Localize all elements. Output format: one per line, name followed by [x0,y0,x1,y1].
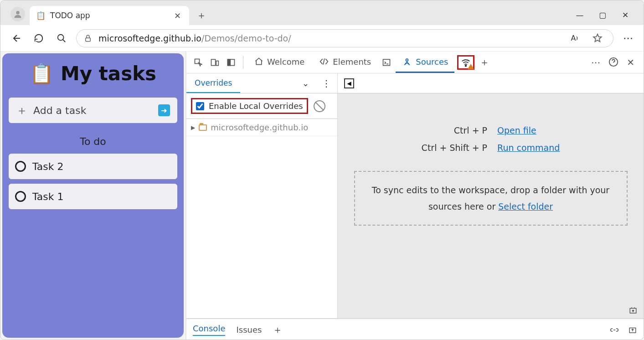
tab-close-icon[interactable]: ✕ [172,9,183,22]
enable-local-overrides-input[interactable] [196,102,204,110]
shortcut-key: Ctrl + P [422,125,487,135]
app-title: 📋 My tasks [9,62,177,85]
tab-welcome[interactable]: Welcome [248,52,311,73]
task-checkbox-icon[interactable] [15,161,26,172]
devtools-panel: Welcome Elements Sources ＋ ⋯ ✕ [185,52,644,340]
svg-point-9 [406,59,408,61]
task-row[interactable]: Task 2 [9,154,177,179]
clear-overrides-icon[interactable] [314,100,325,112]
window-controls: — ▢ ✕ [574,10,640,25]
inspect-element-icon[interactable] [191,58,206,67]
svg-rect-8 [383,59,390,65]
drawer-link-icon[interactable] [610,326,619,334]
run-command-link[interactable]: Run command [497,143,560,153]
tab-sources[interactable]: Sources [396,52,454,73]
console-shortcut-icon[interactable] [379,58,394,67]
override-domain-label: microsoftedge.github.io [211,123,308,132]
favorites-icon[interactable] [589,30,606,46]
collapse-navigator-icon[interactable]: ◀ [344,78,354,88]
add-task-placeholder: Add a task [33,105,86,116]
help-icon[interactable] [608,57,618,68]
drawer-tab-issues[interactable]: Issues [236,325,262,335]
url-text: microsoftedge.github.io/Demos/demo-to-do… [98,33,560,43]
enable-local-overrides-checkbox[interactable]: Enable Local Overrides [191,98,308,114]
devtools-tabbar: Welcome Elements Sources ＋ ⋯ ✕ [186,52,644,73]
override-domain-row[interactable]: ▶ microsoftedge.github.io [186,119,337,136]
settings-menu-button[interactable]: ⋯ [620,30,636,46]
tab-elements[interactable]: Elements [313,52,377,73]
address-bar[interactable]: microsoftedge.github.io/Demos/demo-to-do… [76,29,613,47]
svg-rect-7 [228,59,231,65]
svg-rect-4 [211,59,216,65]
plus-icon: ＋ [16,103,28,118]
svg-rect-5 [216,61,218,65]
new-tab-button[interactable]: ＋ [192,6,211,25]
more-tabs-button[interactable]: ＋ [477,56,492,69]
svg-point-1 [58,34,64,40]
maximize-button[interactable]: ▢ [597,10,608,20]
editor-shortcuts: Ctrl + P Open file Ctrl + Shift + P Run … [422,125,560,153]
overrides-tab[interactable]: Overrides [186,73,240,93]
drawer-add-tab-button[interactable]: ＋ [273,323,283,337]
submit-task-button[interactable]: ➜ [158,104,170,116]
add-task-input[interactable]: ＋ Add a task ➜ [9,98,177,123]
task-row[interactable]: Task 1 [9,184,177,209]
lock-icon [84,34,92,43]
browser-tab[interactable]: 📋 TODO app ✕ [30,6,189,25]
sources-editor: ◀ Ctrl + P Open file Ctrl + Shift + P Ru… [338,73,644,318]
task-checkbox-icon[interactable] [15,191,26,202]
read-aloud-icon[interactable]: A⦘ [567,30,583,46]
close-devtools-button[interactable]: ✕ [627,57,634,68]
dock-side-icon[interactable] [224,58,238,67]
svg-point-10 [465,65,467,66]
minimize-button[interactable]: — [574,10,585,20]
section-heading: To do [9,136,177,147]
profile-avatar[interactable] [10,7,25,21]
devtools-drawer: Console Issues ＋ [186,319,644,340]
tab-title: TODO app [50,11,90,20]
warning-badge-icon [468,64,474,69]
back-button[interactable] [8,30,24,46]
browser-titlebar: 📋 TODO app ✕ ＋ — ▢ ✕ [0,0,644,25]
folder-icon [199,124,207,131]
page-content-todo-app: 📋 My tasks ＋ Add a task ➜ To do Task 2 T… [2,53,184,338]
workspace-dropzone[interactable]: To sync edits to the workspace, drop a f… [354,171,628,226]
shortcut-key: Ctrl + Shift + P [422,143,487,153]
task-label: Task 1 [32,191,63,202]
navigator-menu-icon[interactable]: ⋮ [315,78,337,89]
more-tools-button[interactable]: ⋯ [591,57,600,68]
select-folder-link[interactable]: Select folder [498,201,553,211]
drawer-expand-icon[interactable] [628,326,637,334]
tab-network-highlighted[interactable] [457,55,474,70]
drawer-tab-console[interactable]: Console [193,324,225,336]
tab-favicon: 📋 [36,11,46,20]
close-window-button[interactable]: ✕ [620,10,631,20]
coverage-icon[interactable] [628,306,638,314]
task-label: Task 2 [32,161,63,172]
browser-toolbar: microsoftedge.github.io/Demos/demo-to-do… [0,25,644,52]
svg-rect-2 [86,38,91,41]
svg-point-0 [16,11,20,15]
sources-navigator: Overrides ⌄ ⋮ Enable Local Overrides ▶ m… [186,73,338,318]
device-toggle-icon[interactable] [207,58,222,67]
open-file-link[interactable]: Open file [497,125,560,135]
navigator-more-tabs-icon[interactable]: ⌄ [296,78,315,88]
clipboard-icon: 📋 [30,62,53,85]
refresh-button[interactable] [31,30,47,46]
search-button[interactable] [53,30,70,46]
expand-tree-icon[interactable]: ▶ [191,124,195,131]
